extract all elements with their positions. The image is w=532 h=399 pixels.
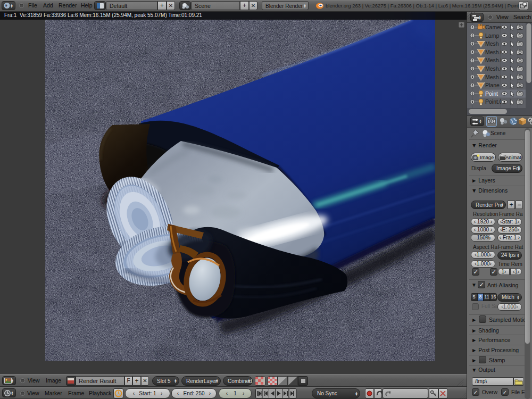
svg-text:Plane: Plane bbox=[485, 82, 500, 88]
svg-text:Point: Point bbox=[485, 90, 498, 97]
svg-text:Lamp: Lamp bbox=[485, 32, 499, 39]
svg-text:Mesh: Mesh bbox=[485, 40, 499, 47]
